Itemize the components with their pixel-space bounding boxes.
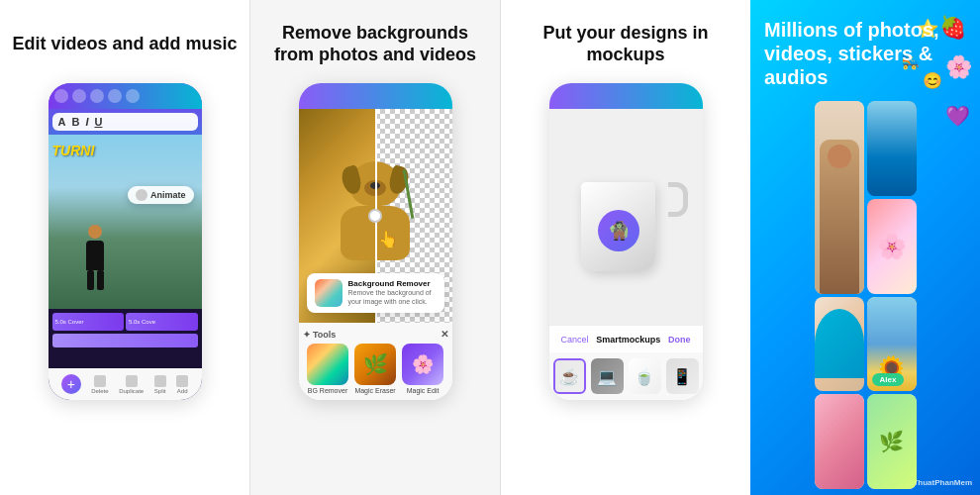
split-action[interactable]: Split [154, 375, 166, 394]
mockup-thumbnails: ☕ 💻 🍵 📱 [549, 352, 703, 400]
add-action[interactable]: Add [176, 375, 188, 394]
tool-italic[interactable]: I [85, 116, 88, 128]
dog-photo-area: Background Remover Remove the background… [299, 109, 452, 323]
magic-edit-thumb: 🌸 [402, 344, 443, 385]
dog-ear-left [340, 164, 364, 196]
grid-teal: 🌿 [867, 394, 917, 489]
skater-figure [78, 225, 113, 289]
tool-bold-b[interactable]: B [71, 116, 79, 128]
cancel-button[interactable]: Cancel [561, 335, 589, 345]
tool-magic-eraser[interactable]: 🌿 Magic Eraser [354, 344, 396, 394]
split-icon [154, 375, 166, 387]
mug-handle [668, 182, 688, 217]
thumb-laptop[interactable]: 💻 [591, 358, 624, 394]
duplicate-icon [126, 375, 138, 387]
toolbar-share [126, 89, 140, 103]
bg-remover-label: BG Remover [308, 387, 347, 394]
grid-pink-texture [815, 394, 864, 489]
timeline-row-2 [52, 334, 198, 347]
audio-track[interactable] [52, 334, 198, 347]
alex-name-badge: Alex [872, 373, 905, 386]
bg-remover-thumb [307, 344, 348, 385]
turni-overlay-text: TURNI [52, 143, 95, 158]
timeline-clip-2[interactable]: 5.0s Cove [126, 313, 198, 331]
panel-edit-videos: Edit videos and add music A B I U TURNI [0, 0, 249, 495]
duplicate-action[interactable]: Duplicate [119, 375, 144, 394]
done-button[interactable]: Done [668, 335, 691, 345]
photo-grid: 🌸 🌻 Alex 🌿 [809, 101, 923, 495]
video-background [49, 135, 202, 309]
panel-remove-bg: Remove backgrounds from photos and video… [249, 0, 501, 495]
grid-ocean [867, 101, 917, 196]
phone-mockup-3: 🧌 Cancel Smartmockups Done ☕ 💻 🍵 📱 [549, 83, 703, 400]
timeline-row-1: 5.0s Cover 5.0s Cove [52, 313, 198, 331]
bottom-action-bar: + Delete Duplicate Split Add [49, 368, 202, 400]
bg-remover-text-block: Background Remover Remove the background… [348, 279, 437, 306]
bg-remover-description: Remove the background of your image with… [348, 288, 437, 306]
text-tools-bar: A B I U [52, 113, 198, 131]
phone-mockup-2: Background Remover Remove the background… [299, 83, 452, 400]
phone-mockup-1: A B I U TURNI Animate [49, 83, 202, 400]
toolbar-layers [108, 89, 122, 103]
panel3-title: Put your designs in mockups [511, 18, 740, 69]
mockup-area: 🧌 [549, 109, 703, 325]
add-circle-button[interactable]: + [61, 374, 81, 394]
tools-close[interactable]: ✕ [441, 329, 448, 340]
grid-sunflower: 🌻 Alex [867, 297, 917, 392]
grid-arch [815, 297, 864, 392]
skater-head [88, 225, 102, 239]
tool-bold-a[interactable]: A [58, 116, 66, 128]
grid-flowers: 🌸 [867, 199, 917, 294]
tool-underline[interactable]: U [94, 116, 102, 128]
tools-header: ✦ Tools ✕ [303, 329, 448, 340]
skater-leg-left [87, 270, 94, 290]
bg-remover-tooltip: Background Remover Remove the background… [307, 273, 444, 313]
panel-mockups: Put your designs in mockups 🧌 Cancel Sma… [501, 0, 750, 495]
split-handle[interactable] [368, 209, 382, 223]
tool-bg-remover[interactable]: BG Remover [307, 344, 348, 394]
delete-action[interactable]: Delete [91, 375, 108, 394]
phone3-header [549, 83, 703, 109]
toolbar-more [90, 89, 104, 103]
mug-mockup: 🧌 [581, 162, 670, 271]
panel4-title-area: Millions of photos, videos, stickers & a… [750, 0, 980, 101]
animate-icon [136, 189, 147, 201]
timeline-clip-1[interactable]: 5.0s Cover [52, 313, 125, 331]
heart-decoration: 💜 [945, 104, 970, 128]
thumb-mug-1[interactable]: ☕ [553, 358, 586, 394]
toolbar-back [72, 89, 86, 103]
skater-legs [78, 270, 113, 290]
tools-list: BG Remover 🌿 Magic Eraser 🌸 Magic Edit [303, 344, 448, 394]
phone2-header [299, 83, 452, 109]
thumb-mug-2[interactable]: 🍵 [629, 358, 661, 394]
panel1-title: Edit videos and add music [12, 18, 237, 69]
add-icon [176, 375, 188, 387]
panel-millions: Millions of photos, videos, stickers & a… [750, 0, 980, 495]
action-bar: Cancel Smartmockups Done [549, 325, 703, 352]
panel2-title: Remove backgrounds from photos and video… [260, 18, 490, 69]
toolbar-home [54, 89, 68, 103]
magic-eraser-label: Magic Eraser [354, 387, 395, 394]
tool-magic-edit[interactable]: 🌸 Magic Edit [402, 344, 443, 394]
video-preview-area: TURNI Animate [49, 135, 202, 309]
thumb-extra[interactable]: 📱 [666, 358, 699, 394]
mug-sticker: 🧌 [598, 210, 639, 251]
mug-body: 🧌 [581, 182, 655, 271]
tools-panel: ✦ Tools ✕ BG Remover 🌿 Magic Eraser 🌸 Ma… [299, 323, 452, 400]
bg-remover-logo [315, 279, 343, 307]
animate-button[interactable]: Animate [128, 186, 194, 204]
skater-body [86, 241, 104, 270]
phone1-toolbar [49, 83, 202, 109]
bg-remover-heading: Background Remover [348, 279, 437, 288]
skater-leg-right [97, 270, 104, 290]
grid-person [815, 101, 864, 294]
cursor-icon: 👆 [378, 230, 398, 248]
panel4-title: Millions of photos, videos, stickers & a… [764, 18, 966, 89]
magic-edit-label: Magic Edit [407, 387, 440, 394]
magic-eraser-thumb: 🌿 [354, 344, 396, 385]
timeline-area: 5.0s Cover 5.0s Cove [49, 309, 202, 368]
delete-icon [94, 375, 106, 387]
mockups-title: Smartmockups [596, 335, 660, 345]
